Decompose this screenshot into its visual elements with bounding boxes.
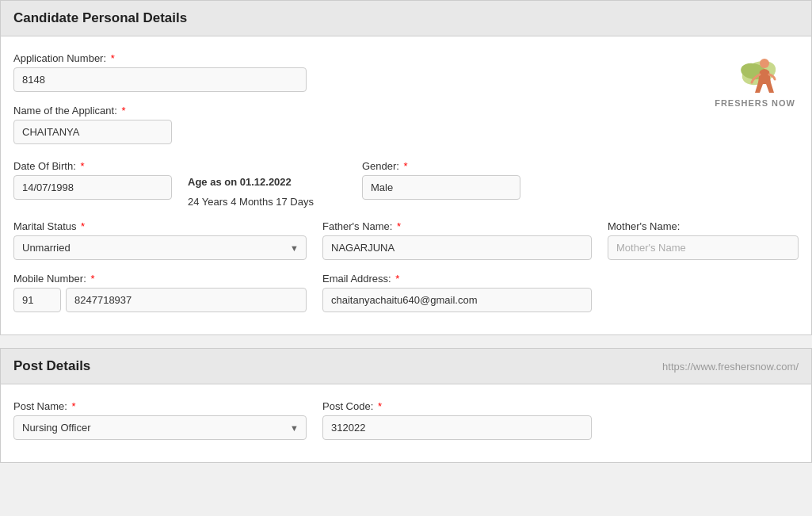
mobile-label: Mobile Number: * <box>13 273 307 285</box>
required-star: * <box>80 160 84 172</box>
post-name-select-wrapper: Nursing Officer <box>13 415 307 440</box>
required-star: * <box>111 52 115 64</box>
dob-input[interactable] <box>13 175 172 200</box>
dob-label: Date Of Birth: * <box>13 160 172 172</box>
required-star: * <box>397 220 401 232</box>
age-label: Age as on 01.12.2022 <box>188 176 292 188</box>
section1-body: FRESHERS NOW Application Number: * Name … <box>0 36 812 335</box>
fathers-name-input[interactable] <box>322 235 592 260</box>
email-label: Email Address: * <box>322 273 592 285</box>
required-star: * <box>378 400 382 412</box>
freshers-now-logo <box>723 49 787 97</box>
name-input[interactable] <box>13 120 172 144</box>
application-number-input[interactable] <box>13 67 307 92</box>
email-input[interactable] <box>322 288 592 312</box>
post-url: https://www.freshersnow.com/ <box>662 361 799 373</box>
svg-point-2 <box>760 59 769 68</box>
required-star: * <box>81 220 85 232</box>
age-value: 24 Years 4 Months 17 Days <box>188 191 346 208</box>
name-label: Name of the Applicant: * <box>13 105 172 117</box>
required-star: * <box>72 400 76 412</box>
mobile-country-input[interactable] <box>13 288 61 312</box>
marital-select-wrapper: Unmarried Married <box>13 235 307 260</box>
application-number-label: Application Number: * <box>13 52 307 64</box>
section2-header: Post Details https://www.freshersnow.com… <box>0 348 812 384</box>
fathers-name-label: Father's Name: * <box>322 220 592 232</box>
mothers-name-label: Mother's Name: <box>608 220 799 232</box>
gender-label: Gender: * <box>362 160 520 172</box>
section2-title: Post Details <box>13 358 90 374</box>
post-code-input[interactable] <box>322 415 592 440</box>
logo-text: FRESHERS NOW <box>715 98 795 108</box>
post-name-select[interactable]: Nursing Officer <box>13 415 307 440</box>
section1-title: Candidate Personal Details <box>13 10 187 26</box>
required-star: * <box>404 160 408 172</box>
mothers-name-input[interactable] <box>608 235 799 260</box>
logo-area: FRESHERS NOW <box>715 49 795 108</box>
required-star: * <box>90 273 94 285</box>
post-name-label: Post Name: * <box>13 400 307 412</box>
section1-header: Candidate Personal Details <box>0 0 812 36</box>
section2-body: Post Name: * Nursing Officer Post Code: … <box>0 384 812 463</box>
gender-input[interactable] <box>362 175 520 200</box>
required-star: * <box>395 273 399 285</box>
marital-label: Marital Status * <box>13 220 307 232</box>
marital-select[interactable]: Unmarried Married <box>13 235 307 260</box>
mobile-number-input[interactable] <box>66 288 307 312</box>
required-star: * <box>121 105 125 117</box>
post-code-label: Post Code: * <box>322 400 592 412</box>
